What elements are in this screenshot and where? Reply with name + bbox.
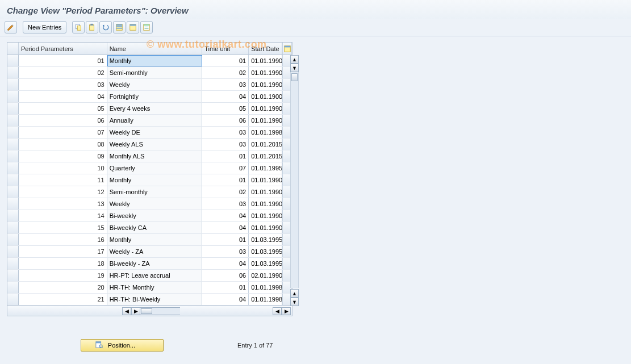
cell-start-date[interactable]: 01.03.1995 [249,258,282,269]
cell-time-unit[interactable]: 01 [202,174,249,186]
cell-name[interactable]: Fortnightly [107,91,203,102]
cell-time-unit[interactable]: 06 [202,270,249,281]
cell-start-date[interactable]: 01.01.1990 [249,79,282,90]
cell-name[interactable]: Semi-monthly [107,186,203,198]
hscroll-right2-icon[interactable]: ▶ [282,307,291,315]
cell-name[interactable]: Quarterly [107,162,203,174]
cell-period-parameters[interactable]: 11 [19,174,107,186]
new-entries-button[interactable]: New Entries [23,21,66,34]
row-selector[interactable] [7,186,19,198]
cell-name[interactable]: Weekly [107,198,203,210]
cell-name[interactable]: Weekly DE [107,127,203,138]
table-row[interactable]: 04Fortnightly0401.01.1900 [7,91,292,103]
cell-name[interactable]: Semi-monthly [107,67,203,78]
cell-time-unit[interactable]: 04 [202,210,249,221]
cell-name[interactable]: HR-PT: Leave accrual [107,270,203,281]
cell-time-unit[interactable]: 03 [202,198,249,210]
table-row[interactable]: 03Weekly0301.01.1990 [7,79,292,91]
vscroll-down-icon[interactable]: ▼ [290,64,299,72]
cell-time-unit[interactable]: 01 [202,234,249,245]
cell-name[interactable]: Monthly ALS [107,150,203,162]
cell-start-date[interactable]: 01.01.1995 [249,162,282,174]
position-button[interactable]: Position... [81,339,164,352]
table-row[interactable]: 18Bi-weekly - ZA0401.03.1995 [7,258,292,270]
row-selector[interactable] [7,150,19,162]
cell-period-parameters[interactable]: 05 [19,103,107,114]
cell-time-unit[interactable]: 06 [202,115,249,126]
cell-name[interactable]: Bi-weekly CA [107,222,203,233]
delete-icon[interactable] [86,21,98,34]
row-selector[interactable] [7,115,19,126]
cell-name[interactable]: Monthly [107,174,203,186]
row-selector[interactable] [7,198,19,210]
row-selector[interactable] [7,258,19,269]
row-selector[interactable] [7,174,19,186]
cell-start-date[interactable]: 01.01.1990 [249,210,282,221]
cell-time-unit[interactable]: 05 [202,103,249,114]
cell-time-unit[interactable]: 04 [202,91,249,102]
hscroll-track[interactable] [140,307,180,315]
row-selector[interactable] [7,91,19,102]
cell-period-parameters[interactable]: 01 [19,55,107,66]
cell-start-date[interactable]: 01.03.1995 [249,234,282,245]
table-row[interactable]: 19HR-PT: Leave accrual0602.01.1990 [7,270,292,282]
hscroll-right-icon[interactable]: ▶ [131,307,140,315]
vscroll-track[interactable] [290,72,299,288]
hscroll-left-icon[interactable]: ◀ [122,307,131,315]
table-row[interactable]: 10Quarterly0701.01.1995 [7,162,292,174]
cell-period-parameters[interactable]: 19 [19,270,107,281]
cell-name[interactable]: Annually [107,115,203,126]
row-selector[interactable] [7,294,19,305]
cell-period-parameters[interactable]: 06 [19,115,107,126]
undo-icon[interactable] [99,21,112,34]
row-selector[interactable] [7,67,19,78]
cell-name[interactable]: Monthly [107,234,203,245]
row-selector[interactable] [7,270,19,281]
cell-start-date[interactable]: 01.01.1990 [249,186,282,198]
cell-time-unit[interactable]: 01 [202,150,249,162]
table-row[interactable]: 13Weekly0301.01.1990 [7,198,292,210]
cell-period-parameters[interactable]: 04 [19,91,107,102]
cell-period-parameters[interactable]: 14 [19,210,107,221]
grid-config-icon[interactable] [282,43,292,55]
row-selector[interactable] [7,127,19,138]
table-row[interactable]: 16Monthly0101.03.1995 [7,234,292,246]
row-selector[interactable] [7,222,19,233]
cell-period-parameters[interactable]: 12 [19,186,107,198]
hscroll-left2-icon[interactable]: ◀ [273,307,282,315]
cell-name[interactable]: Every 4 weeks [107,103,203,114]
cell-period-parameters[interactable]: 16 [19,234,107,245]
cell-time-unit[interactable]: 02 [202,186,249,198]
cell-time-unit[interactable]: 03 [202,79,249,90]
table-row[interactable]: 20HR-TH: Monthly0101.01.1998 [7,282,292,294]
cell-time-unit[interactable]: 01 [202,55,249,66]
table-row[interactable]: 11Monthly0101.01.1990 [7,174,292,186]
table-row[interactable]: 06Annually0601.01.1990 [7,115,292,127]
row-selector[interactable] [7,246,19,257]
cell-period-parameters[interactable]: 17 [19,246,107,257]
table-row[interactable]: 08Weekly ALS0301.01.2015 [7,139,292,150]
cell-name[interactable]: Weekly - ZA [107,246,203,257]
cell-start-date[interactable]: 01.01.1998 [249,294,282,305]
table-row[interactable]: 21HR-TH: Bi-Weekly0401.01.1998 [7,294,292,306]
row-selector[interactable] [7,139,19,150]
cell-period-parameters[interactable]: 21 [19,294,107,305]
select-all-icon[interactable] [113,21,126,34]
cell-time-unit[interactable]: 04 [202,222,249,233]
cell-start-date[interactable]: 01.01.1990 [249,222,282,233]
table-row[interactable]: 07Weekly DE0301.01.1998 [7,127,292,139]
cell-start-date[interactable]: 01.01.1990 [249,174,282,186]
cell-time-unit[interactable]: 01 [202,282,249,293]
cell-time-unit[interactable]: 03 [202,246,249,257]
vscroll-thumb[interactable] [291,73,298,81]
cell-start-date[interactable]: 01.03.1995 [249,246,282,257]
cell-period-parameters[interactable]: 03 [19,79,107,90]
cell-start-date[interactable]: 01.01.1990 [249,55,282,66]
cell-start-date[interactable]: 01.01.1900 [249,91,282,102]
vscroll-down2-icon[interactable]: ▼ [290,298,299,306]
cell-start-date[interactable]: 01.01.2015 [249,139,282,150]
cell-period-parameters[interactable]: 13 [19,198,107,210]
deselect-all-icon[interactable] [140,21,153,34]
table-row[interactable]: 09Monthly ALS0101.01.2015 [7,150,292,162]
cell-period-parameters[interactable]: 08 [19,139,107,150]
